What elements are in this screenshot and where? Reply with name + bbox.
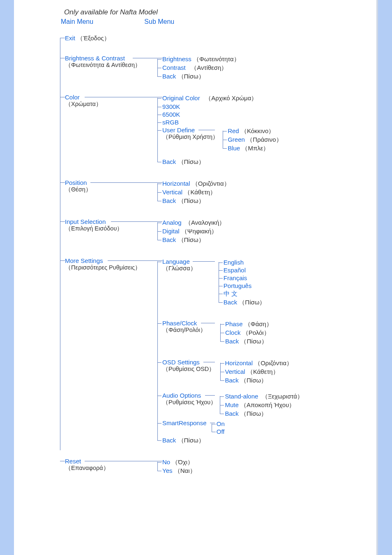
sr-off: Off [212,428,225,435]
node-position: Position （Θέση） Horizontal （Οριζόντια） V… [60,179,376,206]
column-headers: Main Menu Sub Menu [14,18,376,25]
pc-clock: Clock （Ρολόι） [220,329,272,337]
color-9300k: 9300K [157,103,282,110]
color-6500k: 6500K [157,111,282,118]
nafta-note: Only available for Nafta Model [64,8,376,16]
reset-label: Reset [65,458,81,465]
osd-back: Back （Πίσω） [220,377,293,385]
color-original: Original Color （Αρχικό Χρώμα） [157,94,282,102]
pos-vertical: Vertical （Κάθετη） [157,189,230,196]
audio-standalone: Stand-alone （Ξεχωριστά） [220,393,303,401]
more-language: Language （Γλώσσα） English Español França… [157,258,303,319]
audio-back: Back （Πίσω） [220,410,303,418]
pos-horizontal: Horizontal （Οριζόντια） [157,180,230,188]
bc-contrast: Contrast （Αντίθεση） [157,64,240,72]
more-back: Back （Πίσω） [157,437,303,444]
lang-chinese: 中 文 [219,290,266,298]
reset-no: No （Όχι） [157,458,196,466]
bc-label: Brightness & Contrast [65,55,125,62]
sr-on: On [212,420,225,427]
bc-sub: Brightness （Φωτεινότητα） Contrast （Αντίθ… [157,55,240,81]
input-analog: Analog （Αναλογική） [157,219,225,227]
color-label: Color [65,94,80,101]
color-back: Back （Πίσω） [157,158,282,166]
bc-gr: Φωτεινότητα & Αντίθεση [71,62,135,68]
lang-back: Back （Πίσω） [219,299,266,306]
input-gr: Επιλογή Εισόδου [71,225,117,232]
pc-phase: Phase （Φάση） [220,320,272,328]
lang-francais: Français [219,274,266,281]
lang-english: English [219,259,266,266]
audio-sub: Stand-alone （Ξεχωριστά） Mute （Αποκοπή Ήχ… [220,393,303,418]
lang-espanol: Español [219,267,266,274]
more-label: More Settings [65,257,103,264]
position-label: Position [65,179,87,186]
header-sub-menu: Sub Menu [144,18,174,25]
input-sub: Analog （Αναλογική） Digital （Ψηφιακή） Bac… [157,219,225,244]
color-gr: Χρώματα [71,101,96,107]
ud-blue: Blue （Μπλε） [223,145,282,152]
position-sub: Horizontal （Οριζόντια） Vertical （Κάθετη）… [157,180,230,205]
language-sub: English Español Français Português 中 文 B… [219,259,266,306]
lang-portugues: Português [219,282,266,289]
reset-gr: Επαναφορά [71,465,103,471]
input-digital: Digital （Ψηφιακή） [157,228,225,235]
more-phase-clock: Phase/Clock （Φάση/Ρολόι） Phase （Φάση） Cl… [157,320,303,358]
node-color: Color （Χρώματα） Original Color （Αρχικό Χ… [60,94,376,167]
ud-red: Red （Κόκκινο） [223,127,282,135]
pc-back: Back （Πίσω） [220,338,272,345]
bc-back: Back （Πίσω） [157,73,240,81]
osd-vertical: Vertical （Κάθετη） [220,368,293,376]
osd-horizontal: Horizontal （Οριζόντια） [220,359,293,367]
smartresponse-sub: On Off [212,420,225,435]
exit-gr: Έξοδος [83,35,104,41]
ud-green: Green （Πράσινο） [223,136,282,144]
input-back: Back （Πίσω） [157,236,225,244]
node-more-settings: More Settings （Περισσότερες Ρυθμίσεις） L… [60,257,376,445]
header-main-menu: Main Menu [61,18,93,25]
position-gr: Θέση [71,186,85,193]
osd-sub: Horizontal （Οριζόντια） Vertical （Κάθετη）… [220,359,293,385]
node-input-selection: Input Selection （Επιλογή Εισόδου） Analog… [60,218,376,245]
more-sub: Language （Γλώσσα） English Español França… [157,258,303,444]
node-reset: Reset （Επαναφορά） No （Όχι） Yes （Ναι） [60,458,376,476]
pos-back: Back （Πίσω） [157,197,230,205]
bc-brightness: Brightness （Φωτεινότητα） [157,55,240,63]
document-page: Only available for Nafta Model Main Menu… [14,0,378,555]
audio-mute: Mute （Αποκοπή Ήχου） [220,401,303,409]
more-smartresponse: SmartResponse On Off [157,419,303,436]
user-define-sub: Red （Κόκκινο） Green （Πράσινο） Blue （Μπλε… [223,127,282,152]
color-srgb: sRGB [157,119,282,126]
more-gr: Περισσότερες Ρυθμίσεις [71,264,135,271]
color-user-define: User Define （Ρύθμιση Χρήστη） Red （Κόκκιν… [157,127,282,154]
more-osd-settings: OSD Settings （Ρυθμίσεις OSD） Horizontal … [157,359,303,391]
reset-sub: No （Όχι） Yes （Ναι） [157,458,196,475]
node-exit: Exit （Έξοδος） [60,35,376,42]
reset-yes: Yes （Ναι） [157,467,196,475]
input-label: Input Selection [65,218,106,225]
more-audio-options: Audio Options （Ρυθμίσεις Ήχου） Stand-alo… [157,392,303,419]
node-brightness-contrast: Brightness & Contrast （Φωτεινότητα & Αντ… [60,55,376,81]
exit-label: Exit [65,35,75,41]
menu-tree: Exit （Έξοδος） Brightness & Contrast （Φωτ… [60,35,376,476]
phase-clock-sub: Phase （Φάση） Clock （Ρολόι） Back （Πίσω） [220,320,272,345]
color-sub: Original Color （Αρχικό Χρώμα） 9300K 6500… [157,94,282,166]
